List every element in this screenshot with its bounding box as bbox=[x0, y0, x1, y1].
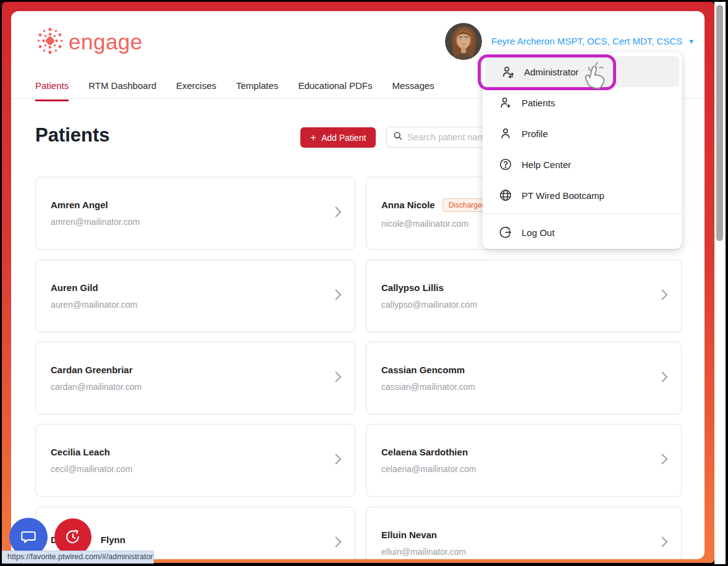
patient-card[interactable]: Cecilia Leach cecil@mailinator.com bbox=[35, 424, 355, 497]
patient-card[interactable]: Cardan Greenbriar cardan@mailinator.com bbox=[35, 342, 355, 415]
menu-item-administrator[interactable]: Administrator bbox=[485, 56, 679, 87]
patient-card[interactable]: Amren Angel amren@mailinator.com bbox=[35, 177, 355, 250]
brand-logo-text: engage bbox=[69, 30, 143, 54]
browser-status-bar: https://favorite.ptwired.com/#/administr… bbox=[2, 551, 154, 564]
patient-email: auren@mailinator.com bbox=[51, 300, 320, 310]
menu-divider bbox=[483, 213, 682, 214]
patient-name: Elluin Nevan bbox=[381, 530, 437, 540]
tab-patients[interactable]: Patients bbox=[35, 80, 69, 101]
timer-button[interactable] bbox=[54, 518, 91, 555]
globe-icon bbox=[499, 188, 512, 202]
patient-card[interactable]: Celaena Sardothien celaena@mailinator.co… bbox=[366, 424, 682, 497]
chevron-right-icon bbox=[334, 205, 342, 222]
patient-email: callypso@mailinator.com bbox=[381, 300, 646, 310]
chevron-right-icon bbox=[660, 287, 669, 305]
user-menu-trigger[interactable]: Feyre Archeron MSPT, OCS, Cert MDT, CSCS… bbox=[491, 36, 695, 46]
patient-name: Callypso Lillis bbox=[381, 282, 444, 293]
tab-exercises[interactable]: Exercises bbox=[176, 80, 216, 101]
plus-icon: + bbox=[310, 132, 316, 144]
menu-item-help-center[interactable]: Help Center bbox=[483, 149, 682, 180]
chevron-right-icon bbox=[660, 452, 669, 469]
main-nav: Patients RTM Dashboard Exercises Templat… bbox=[35, 80, 434, 101]
person-icon bbox=[499, 127, 512, 140]
patient-name: Cassian Gencomm bbox=[381, 365, 465, 375]
chevron-right-icon bbox=[660, 534, 669, 552]
menu-item-pt-wired-bootcamp[interactable]: PT Wired Bootcamp bbox=[483, 180, 682, 211]
menu-item-label: Administrator bbox=[524, 67, 578, 77]
user-name-label: Feyre Archeron MSPT, OCS, Cert MDT, CSCS bbox=[491, 36, 682, 46]
chevron-right-icon bbox=[334, 287, 342, 305]
person-add-icon bbox=[499, 96, 512, 109]
menu-item-label: Help Center bbox=[522, 159, 571, 170]
patient-email: elluin@mailinator.com bbox=[381, 547, 646, 557]
scrollbar-track[interactable] bbox=[714, 2, 726, 564]
menu-item-label: Profile bbox=[522, 129, 548, 139]
page-title: Patients bbox=[35, 124, 110, 146]
patient-card[interactable]: Callypso Lillis callypso@mailinator.com bbox=[366, 260, 682, 332]
patient-email: cassian@mailinator.com bbox=[381, 382, 646, 392]
logout-icon bbox=[499, 226, 512, 239]
menu-item-profile[interactable]: Profile bbox=[483, 118, 682, 149]
chevron-right-icon bbox=[660, 370, 669, 387]
scrollbar-thumb[interactable] bbox=[716, 5, 723, 241]
add-patient-label: Add Patient bbox=[321, 133, 366, 143]
brand-logo: engage bbox=[35, 26, 143, 58]
patient-card[interactable]: Auren Gild auren@mailinator.com bbox=[35, 260, 355, 332]
add-patient-button[interactable]: + Add Patient bbox=[300, 127, 376, 148]
tab-templates[interactable]: Templates bbox=[236, 80, 278, 101]
menu-item-label: Log Out bbox=[522, 227, 554, 238]
patient-email: celaena@mailinator.com bbox=[381, 464, 646, 474]
chevron-right-icon bbox=[334, 534, 342, 552]
menu-item-label: PT Wired Bootcamp bbox=[522, 190, 604, 201]
search-icon bbox=[393, 131, 403, 143]
switch-user-icon bbox=[501, 65, 515, 78]
app-page: engage Feyre Archeron MSPT, OCS, Cert MD… bbox=[11, 11, 705, 559]
patient-name: Celaena Sardothien bbox=[381, 447, 468, 457]
engage-logo-icon bbox=[35, 26, 65, 58]
chevron-down-icon: ▼ bbox=[688, 38, 695, 45]
menu-item-label: Patients bbox=[522, 98, 555, 108]
patient-name: Anna Nicole bbox=[381, 200, 435, 210]
patient-email: cardan@mailinator.com bbox=[51, 382, 320, 392]
menu-item-patients[interactable]: Patients bbox=[483, 87, 682, 118]
tab-rtm-dashboard[interactable]: RTM Dashboard bbox=[88, 80, 156, 101]
patient-card[interactable]: Cassian Gencomm cassian@mailinator.com bbox=[366, 342, 682, 415]
chevron-right-icon bbox=[334, 370, 342, 387]
patient-name: Amren Angel bbox=[51, 200, 108, 210]
help-circle-icon bbox=[499, 158, 512, 171]
patient-name: Cecilia Leach bbox=[51, 447, 110, 457]
user-dropdown-menu: Administrator Patients Profile bbox=[483, 53, 682, 249]
screen: engage Feyre Archeron MSPT, OCS, Cert MD… bbox=[0, 0, 728, 566]
menu-item-log-out[interactable]: Log Out bbox=[483, 217, 682, 248]
patient-name-suffix: Flynn bbox=[101, 534, 125, 545]
patient-card[interactable]: Elluin Nevan elluin@mailinator.com bbox=[366, 507, 682, 559]
patient-email: cecil@mailinator.com bbox=[51, 464, 320, 474]
chevron-right-icon bbox=[334, 452, 342, 469]
tab-educational-pdfs[interactable]: Educational PDFs bbox=[298, 80, 372, 101]
tab-messages[interactable]: Messages bbox=[392, 80, 434, 101]
avatar[interactable] bbox=[445, 23, 482, 60]
patient-name: Auren Gild bbox=[51, 282, 98, 293]
patient-name: Cardan Greenbriar bbox=[51, 365, 133, 375]
patient-email: amren@mailinator.com bbox=[51, 217, 320, 227]
